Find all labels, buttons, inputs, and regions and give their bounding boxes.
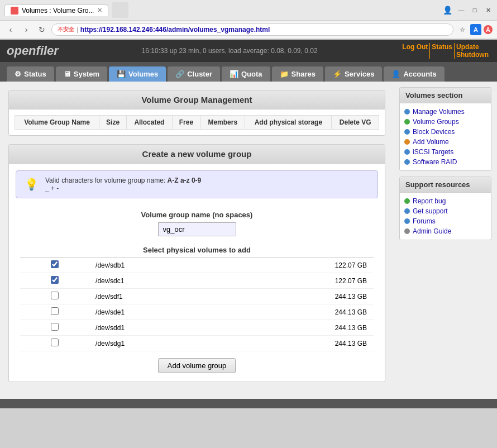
- app-header: openfiler 16:10:33 up 23 min, 0 users, l…: [0, 40, 497, 62]
- bookmark-icon[interactable]: ☆: [457, 24, 468, 35]
- pv-size-0: 122.07 GB: [226, 258, 374, 273]
- sidebar-link-iscsi-targets[interactable]: iSCSI Targets: [404, 147, 486, 157]
- pv-checkbox-0[interactable]: [51, 260, 59, 268]
- pv-checkbox-1[interactable]: [51, 276, 59, 284]
- browser-tab[interactable]: Volumes : Volume Gro... ✕: [4, 4, 108, 16]
- label-forums: Forums: [413, 217, 436, 225]
- bulb-icon: 💡: [25, 178, 39, 191]
- system-nav-icon: 🖥: [64, 70, 71, 78]
- sidebar-link-admin-guide[interactable]: Admin Guide: [404, 226, 486, 236]
- label-software-raid: Software RAID: [413, 158, 457, 166]
- sidebar-link-add-volume[interactable]: Add Volume: [404, 137, 486, 147]
- nav-item-quota[interactable]: 📊 Quota: [222, 66, 270, 82]
- close-button[interactable]: ✕: [484, 6, 493, 15]
- update-link[interactable]: UpdateShutdown: [455, 43, 490, 59]
- vg-management-title: Volume Group Management: [9, 90, 385, 109]
- nav-item-services[interactable]: ⚡ Services: [325, 66, 383, 82]
- minimize-button[interactable]: —: [457, 6, 466, 15]
- sidebar-support-section: Support resources Report bug Get support…: [399, 177, 491, 240]
- main-layout: Volume Group Management Volume Group Nam…: [0, 82, 497, 399]
- tab-close-button[interactable]: ✕: [97, 7, 102, 14]
- sidebar: Volumes section Manage Volumes Volume Gr…: [394, 82, 497, 399]
- status-nav-icon: ⚙: [15, 70, 21, 78]
- pv-size-5: 244.13 GB: [226, 336, 374, 351]
- col-allocated: Allocated: [127, 116, 173, 130]
- nav-item-shares[interactable]: 📁 Shares: [272, 66, 323, 82]
- pv-device-2: /dev/sdf1: [89, 289, 226, 304]
- nav-item-system[interactable]: 🖥 System: [56, 66, 107, 82]
- pv-device-4: /dev/sdd1: [89, 320, 226, 336]
- nav-label-status: Status: [24, 70, 46, 78]
- reload-button[interactable]: ↻: [36, 23, 48, 36]
- dot-add-volume: [404, 139, 410, 145]
- nav-item-status[interactable]: ⚙ Status: [7, 66, 54, 82]
- vg-name-input[interactable]: [158, 222, 236, 236]
- url-full: https://192.168.142.246:446/admin/volume…: [80, 26, 270, 34]
- info-box: 💡 Valid characters for volume group name…: [16, 170, 378, 198]
- col-add-physical: Add physical storage: [245, 116, 332, 130]
- sidebar-link-manage-volumes[interactable]: Manage Volumes: [404, 107, 486, 117]
- sidebar-link-get-support[interactable]: Get support: [404, 206, 486, 216]
- sidebar-support-links: Report bug Get support Forums Admin Guid…: [400, 193, 491, 240]
- sidebar-link-forums[interactable]: Forums: [404, 216, 486, 226]
- pv-table: Select physical volumes to add /dev/sdb1…: [20, 243, 374, 351]
- volumes-nav-icon: 💾: [117, 70, 126, 78]
- pv-device-5: /dev/sdg1: [89, 336, 226, 351]
- label-iscsi: iSCSI Targets: [413, 148, 453, 156]
- nav-item-volumes[interactable]: 💾 Volumes: [109, 66, 166, 82]
- forward-button[interactable]: ›: [20, 23, 32, 36]
- sidebar-link-block-devices[interactable]: Block Devices: [404, 127, 486, 137]
- dot-report-bug: [404, 198, 410, 204]
- maximize-button[interactable]: □: [470, 6, 479, 15]
- pv-device-1: /dev/sdc1: [89, 273, 226, 289]
- url-text: https://192.168.142.246:446/admin/volume…: [80, 26, 270, 34]
- vg-name-label: Volume group name (no spaces): [20, 211, 374, 219]
- create-vg-title: Create a new volume group: [9, 145, 385, 164]
- tab-favicon: [11, 7, 18, 15]
- url-input[interactable]: 不安全 | https://192.168.142.246:446/admin/…: [51, 23, 453, 36]
- create-vg-section: Create a new volume group 💡 Valid charac…: [8, 144, 385, 382]
- info-chars: A-Z a-z 0-9: [168, 177, 202, 184]
- vg-management-section: Volume Group Management Volume Group Nam…: [8, 90, 385, 136]
- add-volume-group-button[interactable]: Add volume group: [158, 358, 236, 373]
- dot-block-devices: [404, 129, 410, 135]
- nav-item-cluster[interactable]: 🔗 Cluster: [168, 66, 220, 82]
- extension-icon-red[interactable]: A: [484, 25, 493, 34]
- logo: openfiler: [7, 44, 59, 58]
- sidebar-link-report-bug[interactable]: Report bug: [404, 196, 486, 206]
- tab-title: Volumes : Volume Gro...: [22, 7, 94, 15]
- label-get-support: Get support: [413, 207, 448, 215]
- user-icon: 👤: [443, 6, 452, 15]
- info-prefix: Valid characters for volume group name:: [45, 177, 168, 184]
- label-add-volume: Add Volume: [413, 138, 449, 146]
- pv-row: /dev/sdg1 244.13 GB: [20, 336, 374, 351]
- nav-item-accounts[interactable]: 👤 Accounts: [384, 66, 444, 82]
- info-chars2: _ + -: [45, 184, 59, 192]
- new-tab-button[interactable]: [112, 2, 128, 18]
- pv-row: /dev/sde1 244.13 GB: [20, 304, 374, 320]
- vg-table-section: Volume Group Name Size Allocated Free Me…: [9, 109, 385, 135]
- pv-size-3: 244.13 GB: [226, 304, 374, 320]
- nav-label-volumes: Volumes: [128, 70, 158, 78]
- pv-checkbox-2[interactable]: [51, 292, 59, 299]
- sidebar-volumes-section: Volumes section Manage Volumes Volume Gr…: [399, 87, 491, 171]
- back-button[interactable]: ‹: [4, 23, 17, 36]
- sidebar-link-volume-groups[interactable]: Volume Groups: [404, 117, 486, 127]
- pv-checkbox-3[interactable]: [51, 307, 59, 315]
- sidebar-link-software-raid[interactable]: Software RAID: [404, 157, 486, 167]
- security-warning: 不安全: [58, 26, 74, 34]
- nav-label-accounts: Accounts: [403, 70, 436, 78]
- logout-link[interactable]: Log Out: [400, 43, 430, 59]
- services-nav-icon: ⚡: [333, 70, 342, 78]
- content-area: Volume Group Management Volume Group Nam…: [0, 82, 394, 399]
- pv-checkbox-4[interactable]: [51, 323, 59, 331]
- header-status: 16:10:33 up 23 min, 0 users, load averag…: [59, 47, 400, 55]
- separator: |: [77, 26, 78, 33]
- dot-iscsi: [404, 149, 410, 155]
- extension-icon-a[interactable]: A: [470, 24, 481, 35]
- pv-row: /dev/sdf1 244.13 GB: [20, 289, 374, 304]
- status-link[interactable]: Status: [430, 43, 455, 59]
- dot-volume-groups: [404, 119, 410, 125]
- nav-label-system: System: [74, 70, 99, 78]
- pv-checkbox-5[interactable]: [51, 339, 59, 346]
